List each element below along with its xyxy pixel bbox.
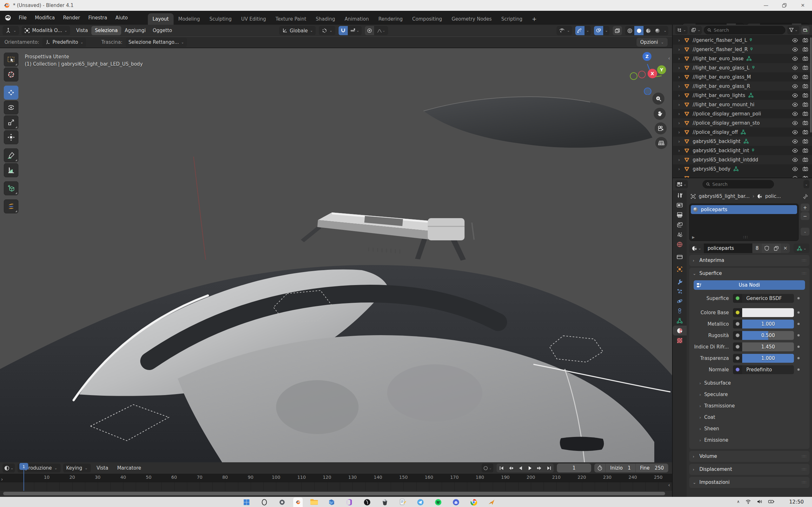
- mesh-data-dropdown[interactable]: ⌄: [794, 243, 809, 253]
- add-slot-button[interactable]: +: [801, 204, 809, 212]
- timeline-view-menu[interactable]: Vista: [93, 465, 111, 471]
- remove-slot-button[interactable]: −: [801, 212, 809, 220]
- zoom-button[interactable]: [652, 93, 664, 105]
- properties-tab-object-data[interactable]: [673, 316, 687, 326]
- auto-keying-toggle[interactable]: ⌄: [482, 463, 494, 472]
- shading-rendered-button[interactable]: [653, 26, 662, 35]
- taskbar-icon-windows[interactable]: [242, 498, 251, 507]
- close-button[interactable]: ✕: [794, 0, 812, 11]
- outliner-display-mode[interactable]: ⌄: [675, 26, 688, 34]
- snap-toggle[interactable]: [339, 26, 348, 35]
- properties-tab-texture[interactable]: [673, 335, 687, 345]
- taskbar-icon-discord[interactable]: [451, 498, 461, 507]
- timeline-channel-area[interactable]: [0, 482, 672, 491]
- disable-in-render-icon[interactable]: [803, 38, 808, 43]
- gizmo-options-dropdown[interactable]: ⌄: [585, 26, 591, 35]
- properties-tab-scene[interactable]: [673, 230, 687, 239]
- outliner-item-name[interactable]: //light_bar_euro_base: [693, 56, 744, 61]
- slider-track[interactable]: 1.000: [742, 354, 794, 363]
- panel-grip[interactable]: ∷∷: [802, 480, 806, 485]
- timeline-marker-menu[interactable]: Marcatore: [114, 465, 144, 471]
- browse-material-dropdown[interactable]: ⌄: [689, 243, 704, 253]
- properties-tab-world[interactable]: [673, 239, 687, 249]
- subpanel-trasmissione[interactable]: ›Trasmissione: [689, 400, 809, 411]
- timeline-expand-arrow[interactable]: ›: [1, 476, 3, 482]
- tool-measure[interactable]: [4, 163, 18, 177]
- material-slot-selected[interactable]: policeparts: [691, 205, 797, 214]
- tool-transform[interactable]: [4, 130, 18, 144]
- prev-keyframe-button[interactable]: [506, 463, 516, 472]
- outliner-row[interactable]: ›//light_bar_euro_base: [673, 54, 812, 63]
- menu-finestra[interactable]: Finestra: [84, 11, 111, 25]
- tab-rendering[interactable]: Rendering: [373, 13, 407, 25]
- animate-decorator[interactable]: [797, 346, 800, 348]
- fake-user-toggle[interactable]: [762, 243, 771, 253]
- hide-in-viewport-icon[interactable]: [792, 75, 798, 79]
- use-preview-range-toggle[interactable]: [594, 463, 605, 472]
- disable-in-render-icon[interactable]: [803, 157, 808, 162]
- material-slot-list[interactable]: policeparts ▶ ∷∷: [689, 204, 799, 241]
- properties-tab-object[interactable]: [673, 264, 687, 274]
- properties-tab-collection[interactable]: [673, 252, 687, 262]
- properties-tab-output[interactable]: [673, 210, 687, 220]
- tab-layout[interactable]: Layout: [148, 13, 173, 25]
- disable-in-render-icon[interactable]: [803, 93, 808, 98]
- outliner-row[interactable]: ›gabrysl65_body: [673, 164, 812, 173]
- hide-in-viewport-icon[interactable]: [792, 84, 798, 89]
- menu-render[interactable]: Render: [59, 11, 84, 25]
- outliner-item-name[interactable]: //police_display_german_poli: [693, 111, 761, 117]
- properties-search[interactable]: [703, 180, 774, 188]
- hide-in-viewport-icon[interactable]: [792, 139, 798, 144]
- snap-target-selector[interactable]: ⌄: [348, 26, 362, 35]
- slot-specials-dropdown[interactable]: ⌄: [801, 228, 809, 236]
- field-widget-slider[interactable]: 1.000: [733, 320, 794, 329]
- expand-icon[interactable]: ›: [676, 130, 681, 135]
- sidebar-collapse-arrow[interactable]: ‹: [668, 55, 670, 61]
- panel-superfice[interactable]: ⌄ Superfice ∷∷ Usa Nodi SuperficeGeneric…: [689, 268, 809, 449]
- timeline-scrollbar[interactable]: [3, 492, 665, 495]
- taskbar-icon-mail[interactable]: [327, 498, 336, 507]
- shading-solid-button[interactable]: [634, 26, 644, 35]
- outliner-item-name[interactable]: //police_display_german_sto: [693, 120, 760, 126]
- play-reverse-button[interactable]: [516, 463, 525, 472]
- add-workspace-button[interactable]: +: [527, 13, 541, 25]
- outliner-item-name[interactable]: //light_bar_euro_lights: [693, 93, 745, 98]
- battery-icon[interactable]: [768, 499, 774, 504]
- outliner-row[interactable]: ›gabrysl65_backlight_int: [673, 146, 812, 155]
- disable-in-render-icon[interactable]: [803, 56, 808, 61]
- outliner-item-name[interactable]: gabrysl65_backlight: [693, 138, 741, 144]
- next-keyframe-button[interactable]: [535, 463, 544, 472]
- panel-impostazioni[interactable]: ⌄Impostazioni∷∷: [689, 477, 809, 488]
- outliner-item-name[interactable]: //light_bar_euro_glass_M: [693, 74, 751, 80]
- panel-displacement[interactable]: ›Displacement∷∷: [689, 464, 809, 475]
- gizmo-axis-z[interactable]: Z: [643, 52, 651, 61]
- slider-track[interactable]: 0.500: [742, 331, 794, 340]
- field-widget-menu[interactable]: Generico BSDF: [733, 294, 794, 303]
- properties-tab-particles[interactable]: [673, 286, 687, 296]
- hide-in-viewport-icon[interactable]: [792, 38, 798, 43]
- outliner-filter-type[interactable]: ⌄: [690, 26, 702, 34]
- tool-annotate[interactable]: [4, 149, 18, 162]
- expand-icon[interactable]: ›: [676, 93, 681, 98]
- animate-decorator[interactable]: [797, 312, 800, 314]
- hide-in-viewport-icon[interactable]: [792, 66, 798, 70]
- pivot-point-selector[interactable]: ⌄: [319, 26, 335, 35]
- hide-in-viewport-icon[interactable]: [792, 149, 798, 153]
- viewport-menu-vista[interactable]: Vista: [73, 26, 91, 35]
- hide-in-viewport-icon[interactable]: [792, 167, 798, 171]
- breadcrumb-material[interactable]: polic...: [765, 193, 781, 199]
- options-dropdown[interactable]: Opzioni ⌄: [637, 38, 668, 47]
- tool-add-cube[interactable]: [4, 181, 18, 195]
- outliner-row[interactable]: ›//police_display_german_sto: [673, 118, 812, 127]
- viewport-menu-aggiungi[interactable]: Aggiungi: [121, 26, 149, 35]
- hide-in-viewport-icon[interactable]: [792, 102, 798, 107]
- taskbar-icon-search[interactable]: [260, 498, 269, 507]
- restore-button[interactable]: [775, 0, 794, 11]
- subpanel-sheen[interactable]: ›Sheen: [689, 423, 809, 434]
- taskbar-icon-telegram[interactable]: [416, 498, 425, 507]
- expand-icon[interactable]: ›: [676, 47, 681, 52]
- expand-icon[interactable]: ›: [676, 111, 681, 116]
- outliner-row[interactable]: ›//police_display_off: [673, 127, 812, 137]
- disable-in-render-icon[interactable]: [803, 47, 808, 52]
- frame-end-field[interactable]: Fine 250: [636, 463, 668, 472]
